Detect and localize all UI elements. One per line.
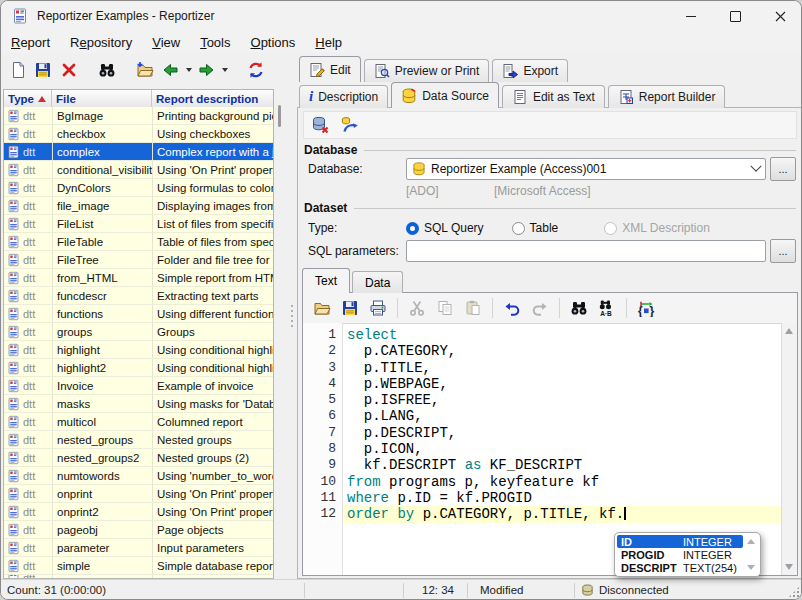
- table-row[interactable]: dtt numtowords Using 'number_to_words: [4, 467, 273, 485]
- database-combobox[interactable]: Reportizer Example (Access)001: [406, 158, 766, 180]
- find-button[interactable]: [566, 296, 592, 321]
- table-row[interactable]: dtt Invoice Example of invoice: [4, 377, 273, 395]
- scroll-down-icon[interactable]: [747, 565, 755, 570]
- code-line[interactable]: p.WEBPAGE,: [343, 376, 781, 392]
- code-line[interactable]: p.CATEGORY,: [343, 343, 781, 359]
- code-line[interactable]: p.TITLE,: [343, 360, 781, 376]
- menu-help[interactable]: Help: [305, 33, 352, 52]
- autocomplete-item[interactable]: IDINTEGER: [617, 535, 743, 548]
- table-row[interactable]: dtt pageobj Page objects: [4, 521, 273, 539]
- minimize-button[interactable]: [668, 1, 713, 31]
- tab-report-builder[interactable]: Report Builder: [608, 85, 726, 108]
- table-row[interactable]: dtt FileList List of files from specifie…: [4, 215, 273, 233]
- table-row[interactable]: dtt multicol Columned report: [4, 413, 273, 431]
- back-dropdown-button[interactable]: [183, 57, 194, 84]
- table-row[interactable]: dtt functions Using different functions: [4, 305, 273, 323]
- scroll-up-icon[interactable]: [785, 328, 793, 334]
- code-line[interactable]: kf.DESCRIPT as KF_DESCRIPT: [343, 457, 781, 473]
- menu-repository[interactable]: Repository: [60, 33, 142, 52]
- autocomplete-scrollbar[interactable]: [744, 535, 758, 574]
- table-row[interactable]: dtt DynColors Using formulas to color re: [4, 179, 273, 197]
- insert-fields-button[interactable]: [633, 296, 659, 321]
- sql-parameters-browse-button[interactable]: ...: [770, 239, 796, 263]
- reopen-dataset-button[interactable]: [337, 113, 363, 138]
- scrollbar-thumb[interactable]: [278, 105, 281, 127]
- table-row[interactable]: dtt FileTable Table of files from specif…: [4, 233, 273, 251]
- refresh-button[interactable]: [243, 57, 269, 84]
- menu-view[interactable]: View: [142, 33, 190, 52]
- resize-grip[interactable]: [789, 587, 799, 597]
- table-row[interactable]: dtt parameter Input parameters: [4, 539, 273, 557]
- table-row[interactable]: dtt groups Groups: [4, 323, 273, 341]
- sql-parameters-input[interactable]: [406, 240, 766, 262]
- editor-scrollbar[interactable]: [781, 323, 797, 575]
- replace-button[interactable]: [594, 296, 620, 321]
- database-browse-button[interactable]: ...: [770, 157, 796, 181]
- table-row[interactable]: dtt highlight2 Using conditional highlig…: [4, 359, 273, 377]
- scroll-up-icon[interactable]: [747, 539, 755, 544]
- save-report-button[interactable]: [31, 57, 57, 84]
- table-row[interactable]: dtt FileTree Folder and file tree for sp: [4, 251, 273, 269]
- report-file-icon: [7, 433, 20, 447]
- open-file-button[interactable]: [309, 296, 335, 321]
- table-row[interactable]: dtt checkbox Using checkboxes: [4, 125, 273, 143]
- table-row[interactable]: dtt simple Simple database report: [4, 557, 273, 575]
- column-header-description[interactable]: Report description: [152, 90, 273, 107]
- scroll-down-icon[interactable]: [785, 564, 793, 570]
- table-row[interactable]: dtt conditional_visibility Using 'On Pri…: [4, 161, 273, 179]
- tab-preview-or-print[interactable]: Preview or Print: [364, 59, 490, 82]
- table-row[interactable]: dtt complex Complex report with a jo: [4, 143, 273, 161]
- table-row[interactable]: dtt onprint2 Using 'On Print' property: [4, 503, 273, 521]
- table-row[interactable]: dtt onprint Using 'On Print' property: [4, 485, 273, 503]
- menu-tools[interactable]: Tools: [190, 33, 240, 52]
- code-line[interactable]: p.DESCRIPT,: [343, 425, 781, 441]
- back-button[interactable]: [157, 57, 183, 84]
- disconnect-database-button[interactable]: [307, 113, 333, 138]
- menu-report[interactable]: Report: [1, 33, 60, 52]
- code-line[interactable]: p.LANG,: [343, 408, 781, 424]
- delete-report-button[interactable]: [56, 57, 82, 84]
- code-line[interactable]: where p.ID = kf.PROGID: [343, 490, 781, 506]
- close-button[interactable]: [758, 1, 802, 31]
- print-button[interactable]: [365, 296, 391, 321]
- forward-button[interactable]: [194, 57, 220, 84]
- tab-edit-as-text[interactable]: Edit as Text: [502, 85, 605, 108]
- tab-edit[interactable]: Edit: [299, 56, 361, 82]
- code-line[interactable]: p.ICON,: [343, 441, 781, 457]
- save-file-button[interactable]: [337, 296, 363, 321]
- radio-sql-query[interactable]: SQL Query: [406, 221, 484, 235]
- titlebar[interactable]: Reportizer Examples - Reportizer: [1, 1, 802, 31]
- column-header-file[interactable]: File: [52, 90, 152, 107]
- menu-options[interactable]: Options: [241, 33, 306, 52]
- list-scrollbar[interactable]: [275, 89, 285, 579]
- table-row[interactable]: dtt funcdescr Extracting text parts: [4, 287, 273, 305]
- forward-dropdown-button[interactable]: [220, 57, 231, 84]
- tab-data[interactable]: Data: [352, 271, 403, 293]
- tab-text[interactable]: Text: [302, 268, 350, 293]
- find-report-button[interactable]: [94, 57, 120, 84]
- autocomplete-item[interactable]: PROGIDINTEGER: [617, 548, 743, 561]
- tab-data-source[interactable]: Data Source: [391, 82, 499, 108]
- code-line[interactable]: select: [343, 327, 781, 343]
- tab-export[interactable]: Export: [492, 59, 568, 82]
- new-report-button[interactable]: [5, 57, 31, 84]
- table-row[interactable]: dtt highlight Using conditional highligh: [4, 341, 273, 359]
- column-header-type[interactable]: Type: [4, 90, 52, 107]
- code-line[interactable]: p.ISFREE,: [343, 392, 781, 408]
- maximize-button[interactable]: [713, 1, 758, 31]
- tab-description[interactable]: Description: [299, 85, 388, 108]
- table-row[interactable]: dtt from_HTML Simple report from HTML: [4, 269, 273, 287]
- undo-button[interactable]: [499, 296, 525, 321]
- file-type-label: dtt: [23, 146, 35, 158]
- table-row[interactable]: dtt file_image Displaying images from fi: [4, 197, 273, 215]
- table-row[interactable]: dtt nested_groups Nested groups: [4, 431, 273, 449]
- table-row[interactable]: dtt BgImage Printing background pictu: [4, 107, 273, 125]
- code-line[interactable]: from programs p, keyfeature kf: [343, 474, 781, 490]
- radio-table[interactable]: Table: [512, 221, 559, 235]
- table-row[interactable]: dtt masks Using masks for 'Databas: [4, 395, 273, 413]
- code-line[interactable]: order by p.CATEGORY, p.TITLE, kf.: [343, 506, 781, 522]
- autocomplete-item[interactable]: DESCRIPTTEXT(254): [617, 561, 743, 574]
- open-repository-button[interactable]: [132, 57, 158, 84]
- table-row[interactable]: dtt nested_groups2 Nested groups (2): [4, 449, 273, 467]
- panel-splitter[interactable]: [286, 53, 297, 579]
